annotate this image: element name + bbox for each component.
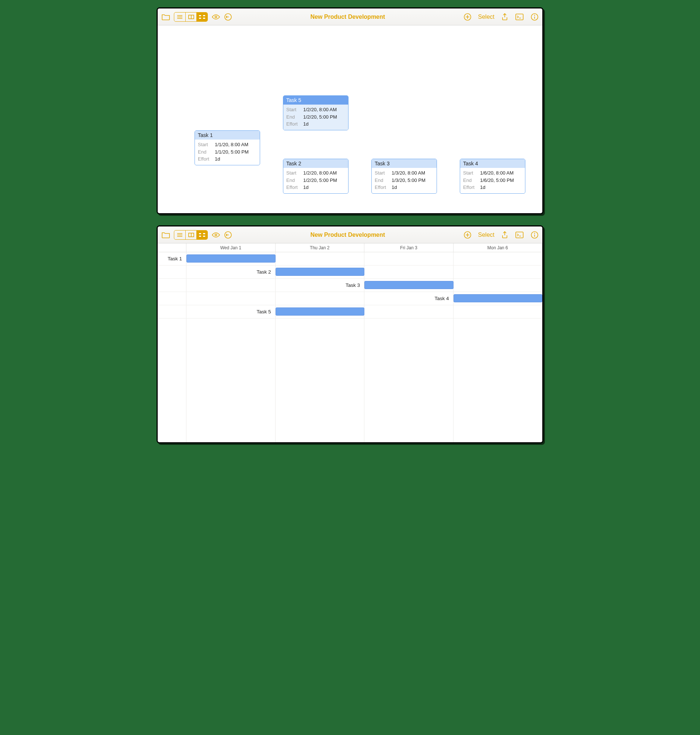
svg-point-37 [535, 233, 535, 233]
undo-icon[interactable] [224, 13, 232, 21]
view-network[interactable] [196, 13, 207, 21]
svg-point-17 [535, 15, 535, 15]
eye-icon[interactable] [212, 14, 220, 20]
gantt-bar[interactable] [276, 268, 365, 276]
gantt-col-3: Mon Jan 6 [453, 244, 543, 252]
console-icon[interactable] [515, 13, 524, 21]
svg-rect-27 [203, 233, 205, 234]
value-effort: 1d [215, 156, 220, 163]
task-title: Task 1 [195, 131, 260, 139]
gantt-col-1: Thu Jan 2 [276, 244, 365, 252]
view-columns[interactable] [185, 13, 196, 21]
task-card-task4[interactable]: Task 4 Start1/6/20, 8:00 AM End1/6/20, 5… [460, 159, 525, 194]
share-icon[interactable] [501, 13, 509, 21]
task-title: Task 2 [283, 159, 348, 168]
select-button[interactable]: Select [478, 14, 494, 20]
console-icon[interactable] [515, 231, 524, 239]
view-outline[interactable] [174, 230, 185, 239]
view-mode-segment[interactable] [174, 12, 208, 22]
gantt-row[interactable]: Task 3 [158, 279, 542, 292]
svg-rect-26 [199, 236, 201, 237]
svg-rect-28 [203, 236, 205, 237]
select-button[interactable]: Select [478, 232, 494, 238]
gantt-window: New Product Development Select Wed Jan 1… [157, 225, 543, 443]
task-card-task1[interactable]: Task 1 Start1/1/20, 8:00 AM End1/1/20, 5… [194, 131, 260, 165]
task-card-task2[interactable]: Task 2 Start1/2/20, 8:00 AM End1/2/20, 5… [283, 159, 349, 194]
gantt-row[interactable]: Task 2 [158, 266, 542, 279]
eye-icon[interactable] [212, 232, 220, 238]
share-icon[interactable] [501, 231, 509, 239]
label-end: End [198, 148, 213, 156]
gantt-row[interactable]: Task 1 [158, 252, 542, 266]
gantt-row-label: Task 5 [158, 305, 274, 318]
task-title: Task 3 [372, 159, 437, 168]
gantt-bar[interactable] [453, 294, 543, 302]
svg-rect-7 [203, 15, 205, 16]
info-icon[interactable] [531, 231, 539, 239]
view-columns[interactable] [185, 230, 196, 239]
folder-icon[interactable] [161, 231, 170, 239]
gantt-row[interactable]: Task 5 [158, 305, 542, 318]
gantt-row-label: Task 2 [158, 266, 274, 279]
svg-rect-14 [516, 14, 523, 20]
document-title: New Product Development [236, 232, 460, 238]
svg-point-9 [215, 16, 217, 18]
info-icon[interactable] [531, 13, 539, 21]
gantt-row-label: Task 1 [158, 252, 185, 265]
gantt-bar[interactable] [276, 308, 365, 315]
value-start: 1/1/20, 8:00 AM [215, 141, 248, 148]
toolbar: New Product Development Select [158, 226, 542, 244]
toolbar: New Product Development Select [158, 9, 542, 25]
svg-rect-25 [199, 233, 201, 234]
svg-point-29 [215, 234, 217, 236]
gantt-row-label: Task 4 [158, 292, 452, 305]
network-window: New Product Development Select Task [157, 7, 543, 214]
folder-icon[interactable] [161, 13, 170, 21]
label-effort: Effort [198, 156, 213, 163]
label-start: Start [198, 141, 213, 148]
document-title: New Product Development [236, 14, 460, 20]
svg-rect-34 [516, 232, 523, 238]
value-end: 1/1/20, 5:00 PM [215, 148, 249, 156]
connectors [158, 25, 268, 81]
gantt-bar[interactable] [365, 281, 453, 289]
view-mode-segment[interactable] [174, 230, 208, 240]
svg-rect-5 [199, 15, 201, 16]
gantt-row[interactable]: Task 4 [158, 292, 542, 305]
network-canvas[interactable]: Task 1 Start1/1/20, 8:00 AM End1/1/20, 5… [158, 25, 542, 213]
gantt-chart[interactable]: Wed Jan 1 Thu Jan 2 Fri Jan 3 Mon Jan 6 … [158, 244, 542, 442]
add-icon[interactable] [463, 13, 472, 21]
undo-icon[interactable] [224, 231, 232, 239]
task-title: Task 5 [283, 96, 348, 104]
view-outline[interactable] [174, 13, 185, 21]
gantt-col-2: Fri Jan 3 [365, 244, 453, 252]
task-title: Task 4 [460, 159, 525, 168]
gantt-header: Wed Jan 1 Thu Jan 2 Fri Jan 3 Mon Jan 6 [158, 244, 542, 252]
gantt-col-0: Wed Jan 1 [187, 244, 276, 252]
add-icon[interactable] [463, 231, 472, 239]
svg-rect-8 [203, 18, 205, 19]
gantt-bar[interactable] [187, 254, 276, 263]
svg-rect-6 [199, 18, 201, 19]
gantt-row-label: Task 3 [158, 279, 363, 292]
task-card-task5[interactable]: Task 5 Start1/2/20, 8:00 AM End1/2/20, 5… [283, 95, 349, 131]
task-card-task3[interactable]: Task 3 Start1/3/20, 8:00 AM End1/3/20, 5… [371, 159, 437, 194]
view-network[interactable] [196, 230, 207, 239]
